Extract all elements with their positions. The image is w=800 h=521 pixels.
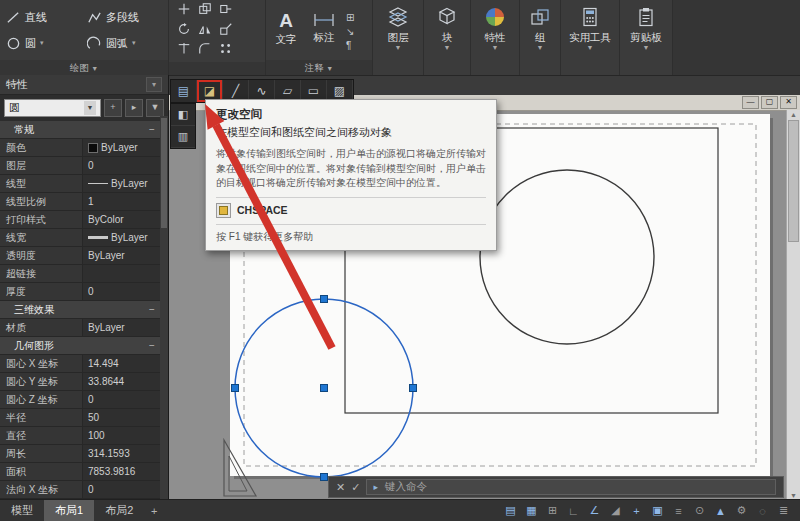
prop-hyperlink[interactable]: 超链接 − (0, 265, 160, 283)
utilities-panel-button[interactable]: 实用工具 ▼ (561, 0, 620, 75)
grip-right[interactable] (410, 385, 417, 392)
annotate-panel-footer[interactable]: 注释 ▼ (266, 60, 372, 75)
prop-area[interactable]: 面积 7853.9816 − (0, 463, 160, 481)
prop-center-z[interactable]: 圆心 Z 坐标 0 − (0, 391, 160, 409)
grip-top[interactable] (321, 296, 328, 303)
prop-thickness[interactable]: 厚度 0 − (0, 283, 160, 301)
dimension-button[interactable]: 标注 (308, 10, 340, 45)
scale-icon[interactable] (219, 22, 233, 40)
circle-button[interactable]: 圆 ▾ (4, 31, 83, 55)
chevron-down-icon[interactable]: ▾ (132, 39, 136, 47)
fillet-icon[interactable] (198, 42, 212, 60)
rotate-icon[interactable] (177, 22, 191, 40)
prop-lineweight[interactable]: 线宽 ByLayer − (0, 229, 160, 247)
command-input[interactable]: ▸ 键入命令 (366, 479, 776, 495)
viewport-tool-icon[interactable]: ◧ (171, 104, 195, 126)
customization-icon[interactable]: ≣ (777, 504, 790, 517)
stretch-icon[interactable] (219, 2, 233, 20)
prop-circumference[interactable]: 周长 314.1593 − (0, 445, 160, 463)
chevron-down-icon[interactable]: ▾ (40, 39, 44, 47)
mirror-icon[interactable] (198, 22, 212, 40)
selection-cycling-icon[interactable]: ⊙ (693, 504, 706, 517)
close-icon[interactable]: ✕ (780, 96, 797, 109)
move-icon[interactable] (177, 2, 191, 20)
property-value: ByLayer (88, 247, 125, 264)
block-panel-button[interactable]: 块 ▼ (424, 0, 471, 75)
layout-tool-icon[interactable]: ▥ (171, 126, 195, 148)
prop-color[interactable]: 颜色 ByLayer − (0, 139, 160, 157)
isodraft-icon[interactable]: ◢ (609, 504, 622, 517)
vertical-scrollbar[interactable]: ▲ ▼ (786, 110, 800, 500)
annotation-scale-icon[interactable]: ▲ (714, 505, 727, 517)
tab-model[interactable]: 模型 (0, 500, 44, 521)
prop-normal-x[interactable]: 法向 X 坐标 0 − (0, 481, 160, 499)
isolate-objects-icon[interactable]: ◌ (756, 505, 769, 517)
collapse-section-icon[interactable]: − (144, 337, 160, 354)
trim-icon[interactable] (177, 42, 191, 60)
collapse-section-icon[interactable]: − (144, 121, 160, 138)
arc-button[interactable]: 圆弧 ▾ (85, 31, 164, 55)
grip-bottom[interactable] (321, 474, 328, 481)
group-panel-button[interactable]: 组 ▼ (520, 0, 561, 75)
palette-menu-icon[interactable]: ▾ (146, 77, 162, 92)
section-general[interactable]: 常规 − (0, 121, 160, 139)
layers-panel-button[interactable]: 图层 ▼ (373, 0, 424, 75)
command-customize-icon[interactable]: ✓ (351, 481, 360, 494)
prop-transparency[interactable]: 透明度 ByLayer − (0, 247, 160, 265)
new-layout-button[interactable]: + (144, 505, 164, 517)
object-snap-icon[interactable]: ▣ (651, 504, 664, 517)
tab-layout1[interactable]: 布局1 (44, 500, 94, 521)
grip-left[interactable] (232, 385, 239, 392)
polyline-button[interactable]: 多段线 (85, 5, 164, 29)
prop-diameter[interactable]: 直径 100 − (0, 427, 160, 445)
collapse-section-icon[interactable]: − (144, 301, 160, 318)
array-icon[interactable] (219, 42, 233, 60)
properties-panel-button[interactable]: 特性 ▼ (471, 0, 520, 75)
scroll-up-icon[interactable]: ▲ (790, 111, 797, 118)
prop-center-y[interactable]: 圆心 Y 坐标 33.8644 − (0, 373, 160, 391)
paper-model-toggle-icon[interactable]: ▤ (504, 504, 517, 517)
clipboard-panel-button[interactable]: 剪贴板 ▼ (620, 0, 673, 75)
workspace-gear-icon[interactable]: ⚙ (735, 504, 748, 517)
prop-linetype-scale[interactable]: 线型比例 1 − (0, 193, 160, 211)
restore-icon[interactable]: ▢ (761, 96, 778, 109)
status-bar: 模型 布局1 布局2 + ▤ ▦ ⊞ ∟ ∠ (0, 499, 800, 521)
multileader-icon[interactable]: ↘ (346, 26, 354, 37)
grid-icon[interactable]: ▦ (525, 504, 538, 517)
tab-layout2[interactable]: 布局2 (94, 500, 144, 521)
prop-center-x[interactable]: 圆心 X 坐标 14.494 − (0, 355, 160, 373)
draw-panel-footer[interactable]: 绘图 ▼ (0, 60, 168, 75)
polar-tracking-icon[interactable]: ∠ (588, 504, 601, 517)
select-objects-button[interactable]: ▸ (125, 99, 143, 117)
line-button[interactable]: 直线 (4, 5, 83, 29)
table-icon[interactable]: ⊞ (346, 12, 354, 23)
copy-icon[interactable] (198, 2, 212, 20)
osnap-tracking-icon[interactable]: + (630, 505, 643, 517)
scrollbar-thumb[interactable] (788, 120, 799, 242)
prop-layer[interactable]: 图层 0 − (0, 157, 160, 175)
snap-icon[interactable]: ⊞ (546, 504, 559, 517)
prop-plot-style[interactable]: 打印样式 ByColor − (0, 211, 160, 229)
chevron-down-icon[interactable]: ▼ (84, 101, 96, 115)
palette-scrollbar[interactable] (160, 116, 168, 500)
grip-center[interactable] (321, 385, 328, 392)
text-button[interactable]: A 文字 (270, 10, 302, 47)
view-tool-icon[interactable]: ▤ (171, 80, 197, 102)
pickadd-toggle-button[interactable]: + (104, 99, 122, 117)
object-type-select[interactable]: 圆 ▼ (4, 99, 101, 117)
prop-material[interactable]: 材质 ByLayer − (0, 319, 160, 337)
ortho-icon[interactable]: ∟ (567, 505, 580, 517)
scroll-down-icon[interactable]: ▼ (790, 492, 797, 499)
tab-label: 模型 (11, 504, 33, 516)
lineweight-icon[interactable]: ≡ (672, 505, 685, 517)
prop-linetype[interactable]: 线型 ByLayer − (0, 175, 160, 193)
prop-radius[interactable]: 半径 50 − (0, 409, 160, 427)
palette-scrollbar-thumb[interactable] (161, 118, 167, 228)
section-geometry[interactable]: 几何图形 − (0, 337, 160, 355)
minimize-icon[interactable]: — (742, 96, 759, 109)
text-style-icon[interactable]: ¶ (346, 40, 354, 51)
palette-title-bar[interactable]: 特性 ▾ (0, 75, 168, 95)
quick-select-button[interactable]: ▼ (146, 99, 164, 117)
command-close-icon[interactable]: ✕ (336, 481, 345, 494)
section-3d-effects[interactable]: 三维效果 − (0, 301, 160, 319)
